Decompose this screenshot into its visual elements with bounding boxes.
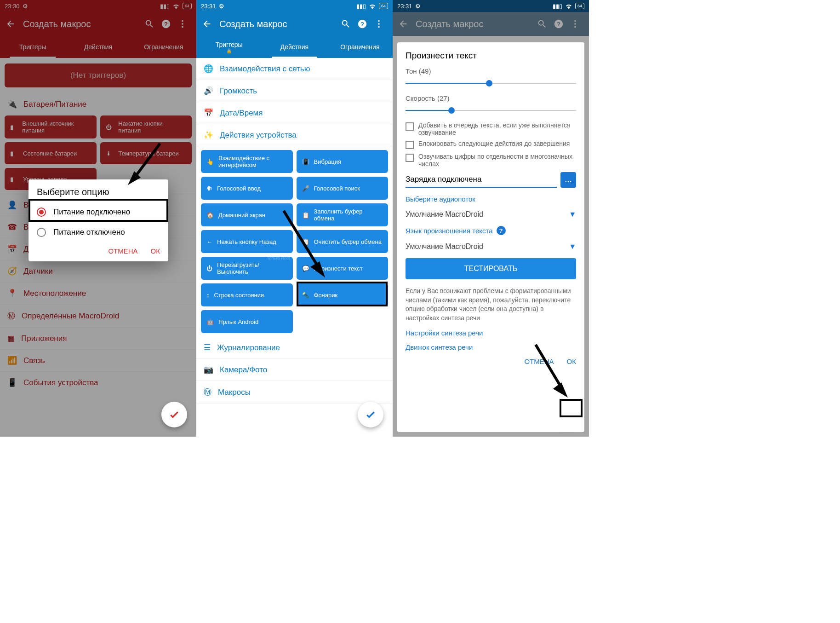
chip-ui-interact[interactable]: 👆Взаимодействие с интерфейсом [201,150,293,173]
home-icon: 🏠 [206,212,214,219]
category-label: Действия устройства [220,131,297,140]
status-icons: ▮▮▯ 64 [553,1,584,11]
tabs: Триггеры🔒 Действия Ограничения [196,36,393,58]
category-macros[interactable]: ⓂМакросы [196,381,393,404]
category-camera[interactable]: 📷Камера/Фото [196,359,393,381]
chevron-down-icon: ▼ [569,210,576,219]
svg-text:?: ? [360,21,364,28]
check-label: Добавить в очередь текста, если уже выпо… [418,121,576,136]
speak-text-input[interactable] [406,172,557,188]
tab-triggers[interactable]: Триггеры🔒 [196,36,262,58]
check-digits[interactable]: Озвучивать цифры по отдельности в многоз… [406,153,576,167]
lock-icon: 🔒 [226,48,232,53]
svg-line-19 [536,345,563,391]
tone-label: Тон (49) [406,67,576,75]
svg-point-9 [378,20,380,22]
category-volume[interactable]: 🔊Громкость [196,80,393,102]
svg-marker-13 [310,261,325,277]
globe-icon: 🌐 [204,64,213,74]
speed-slider[interactable] [406,105,576,116]
tab-constraints[interactable]: Ограничения [327,36,393,58]
chip-statusbar[interactable]: ↕Строка состояния [201,283,293,306]
wand-icon: ✨ [204,130,213,140]
speaker-icon: 🔊 [204,86,213,96]
category-label: Взаимодействия с сетью [220,64,310,74]
svg-line-12 [284,211,320,271]
highlight-box [297,282,388,306]
chip-label: Голосовой поиск [314,185,360,192]
chip-label: Взаимодействие с интерфейсом [218,155,287,168]
chip-label: Строка состояния [214,292,264,299]
tab-label: Действия [280,43,309,51]
tone-slider[interactable] [406,78,576,89]
svg-point-10 [378,23,380,25]
checkbox-icon [406,141,414,149]
screen-actions: 23:31 ⚙ ▮▮▯ 64 Создать макрос ? Триггеры… [196,0,393,437]
chip-voice-search[interactable]: 🎤Голосовой поиск [297,177,389,200]
chip-label: Вибрация [314,158,342,165]
calendar-icon: 📅 [204,108,213,118]
category-label: Журналирование [217,343,280,352]
signal-icon: ▮▮▯ [356,3,366,10]
power-icon: ⏻ [206,265,212,272]
m-icon: Ⓜ [204,387,211,398]
overflow-icon[interactable] [371,16,387,32]
text-input-row: … [406,172,576,188]
test-button[interactable]: ТЕСТИРОВАТЬ [406,258,576,279]
select-value: Умолчание MacroDroid [406,210,483,219]
chip-voice-input[interactable]: 🗣Голосовой ввод [201,177,293,200]
category-date[interactable]: 📅Дата/Время [196,102,393,124]
list-icon: ☰ [204,343,211,352]
dialog-title: Произнести текст [406,51,576,61]
cancel-button[interactable]: ОТМЕНА [108,247,137,255]
chip-label: Голосовой ввод [217,185,261,192]
chip-android-shortcut[interactable]: 🤖Ярлык Android [201,310,293,333]
speed-label: Скорость (27) [406,94,576,102]
svg-point-11 [378,26,380,28]
status-time: 23:31 [397,3,412,10]
app-icon: ⚙ [415,3,421,10]
wifi-icon [564,1,573,11]
signal-icon: ▮▮▯ [553,3,562,10]
audio-stream-select[interactable]: Умолчание MacroDroid▼ [406,208,576,226]
radio-icon [37,228,46,237]
battery-icon: 64 [379,3,388,9]
status-bar: 23:31 ⚙ ▮▮▯ 64 [196,0,393,12]
tts-settings-link[interactable]: Настройки синтеза речи [406,329,576,337]
category-network[interactable]: 🌐Взаимодействия с сетью [196,58,393,80]
category-device-actions[interactable]: ✨Действия устройства [196,124,393,146]
back-icon[interactable] [202,19,212,29]
app-icon: ⚙ [219,3,224,10]
radio-power-disconnected[interactable]: Питание отключено [29,222,168,242]
android-icon: 🤖 [206,318,214,325]
fab-confirm[interactable] [161,402,187,427]
screen-speak-text: 23:31 ⚙ ▮▮▯ 64 Создать макрос ? ⓂМакросы… [393,0,589,437]
check-label: Озвучивать цифры по отдельности в многоз… [418,153,576,167]
check-queue[interactable]: Добавить в очередь текста, если уже выпо… [406,121,576,136]
more-button[interactable]: … [560,172,576,188]
status-time: 23:31 [201,3,216,10]
annotation-arrow [526,340,572,404]
screen-triggers: 23:30 ⚙ ▮▮▯ 64 Создать макрос ? Триггеры… [0,0,196,437]
checkbox-icon [406,154,414,162]
fab-confirm[interactable] [358,402,383,427]
help-icon[interactable]: ? [354,16,371,32]
category-label: Дата/Время [220,109,263,118]
help-text: Если у Вас возникают проблемы с форматир… [406,287,576,323]
category-logging[interactable]: ☰Журналирование [196,337,393,359]
tts-lang-select[interactable]: Умолчание MacroDroid▼ [406,240,576,258]
category-label: Громкость [220,87,257,96]
tab-actions[interactable]: Действия [262,36,327,58]
mic-icon: 🎤 [302,185,309,192]
check-label: Блокировать следующие действия до заверш… [418,140,570,147]
back-icon: ← [206,238,212,245]
help-icon[interactable]: ? [497,226,506,235]
audio-stream-label: Выберите аудиопоток [406,195,576,203]
ok-button[interactable]: ОК [151,247,160,255]
check-block[interactable]: Блокировать следующие действия до заверш… [406,140,576,149]
vibrate-icon: 📳 [302,158,309,165]
search-icon[interactable] [337,16,354,32]
chip-vibration[interactable]: 📳Вибрация [297,150,389,173]
voice-icon: 🗣 [206,185,212,192]
svg-marker-20 [553,382,568,398]
